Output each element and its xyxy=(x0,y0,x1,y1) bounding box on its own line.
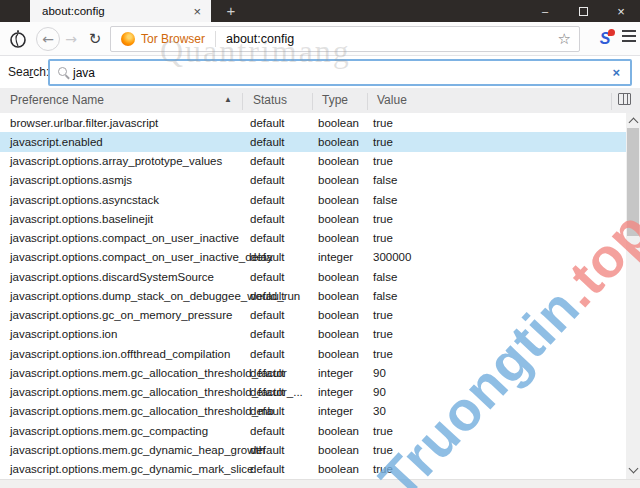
cell-value: true xyxy=(373,309,393,321)
torbutton-onion-icon[interactable] xyxy=(8,29,28,49)
noscript-button[interactable]: S xyxy=(594,28,616,50)
cell-status: default xyxy=(250,444,285,456)
scrollbar-thumb[interactable] xyxy=(627,128,639,236)
column-divider[interactable] xyxy=(367,93,368,110)
cell-value: 90 xyxy=(373,367,386,379)
table-row[interactable]: javascript.options.baselinejitdefaultboo… xyxy=(0,209,626,228)
back-button[interactable]: ← xyxy=(36,27,60,51)
window-controls: – × xyxy=(526,0,640,22)
pref-table-header: Preference Name ▲ Status Type Value xyxy=(0,88,640,113)
cell-status: default xyxy=(250,309,285,321)
table-row[interactable]: javascript.options.compact_on_user_inact… xyxy=(0,248,626,267)
header-status[interactable]: Status xyxy=(253,93,287,107)
cell-type: boolean xyxy=(318,463,359,475)
cell-status: default xyxy=(250,174,285,186)
table-row[interactable]: javascript.options.asmjsdefaultbooleanfa… xyxy=(0,171,626,190)
header-value[interactable]: Value xyxy=(377,93,407,107)
scroll-up-icon[interactable] xyxy=(628,118,638,128)
table-row[interactable]: javascript.options.mem.gc_allocation_thr… xyxy=(0,402,626,421)
cell-status: default xyxy=(250,386,285,398)
cell-value: false xyxy=(373,290,397,302)
sort-ascending-icon: ▲ xyxy=(224,95,232,104)
cell-name: javascript.options.mem.gc_allocation_thr… xyxy=(10,405,274,417)
search-value[interactable]: java xyxy=(73,66,612,80)
cell-status: default xyxy=(250,348,285,360)
table-row[interactable]: javascript.options.iondefaultbooleantrue xyxy=(0,325,626,344)
cell-name: javascript.options.compact_on_user_inact… xyxy=(10,232,239,244)
cell-status: default xyxy=(250,213,285,225)
cell-name: javascript.enabled xyxy=(10,136,103,148)
table-row[interactable]: javascript.options.ion.offthread_compila… xyxy=(0,344,626,363)
cell-value: true xyxy=(373,348,393,360)
pref-table-body: browser.urlbar.filter.javascriptdefaultb… xyxy=(0,113,626,479)
cell-status: default xyxy=(250,117,285,129)
cell-name: javascript.options.compact_on_user_inact… xyxy=(10,251,273,263)
scroll-down-icon[interactable] xyxy=(628,464,638,474)
column-picker-icon[interactable] xyxy=(618,93,631,105)
tab-close-icon[interactable]: × xyxy=(191,5,203,18)
cell-name: javascript.options.baselinejit xyxy=(10,213,153,225)
table-row[interactable]: javascript.options.mem.gc_allocation_thr… xyxy=(0,383,626,402)
vertical-scrollbar[interactable] xyxy=(626,113,640,479)
cell-value: true xyxy=(373,232,393,244)
table-row[interactable]: javascript.options.gc_on_memory_pressure… xyxy=(0,306,626,325)
cell-status: default xyxy=(250,425,285,437)
cell-name: javascript.options.ion xyxy=(10,328,117,340)
reload-button[interactable]: ↻ xyxy=(84,27,106,51)
cell-type: boolean xyxy=(318,271,359,283)
table-row[interactable]: javascript.enableddefaultbooleantrue xyxy=(0,132,626,151)
cell-name: javascript.options.mem.gc_allocation_thr… xyxy=(10,367,287,379)
clear-search-icon[interactable]: × xyxy=(612,65,624,80)
bookmark-star-icon[interactable]: ☆ xyxy=(558,30,571,48)
table-row[interactable]: javascript.options.mem.gc_compactingdefa… xyxy=(0,421,626,440)
column-divider[interactable] xyxy=(242,93,243,110)
close-button[interactable]: × xyxy=(602,0,640,22)
cell-status: default xyxy=(250,232,285,244)
tab-about-config[interactable]: about:config × xyxy=(30,0,211,22)
cell-value: true xyxy=(373,213,393,225)
cell-type: integer xyxy=(318,251,353,263)
table-row[interactable]: javascript.options.mem.gc_dynamic_mark_s… xyxy=(0,460,626,479)
cell-type: boolean xyxy=(318,348,359,360)
minimize-button[interactable]: – xyxy=(526,0,564,22)
search-input[interactable]: java × xyxy=(48,59,632,86)
cell-type: boolean xyxy=(318,117,359,129)
table-row[interactable]: javascript.options.asyncstackdefaultbool… xyxy=(0,190,626,209)
table-row[interactable]: javascript.options.mem.gc_dynamic_heap_g… xyxy=(0,440,626,459)
cell-value: 90 xyxy=(373,386,386,398)
url-text[interactable]: about:config xyxy=(226,32,558,46)
tab-title: about:config xyxy=(42,5,185,17)
cell-type: boolean xyxy=(318,232,359,244)
table-row[interactable]: javascript.options.compact_on_user_inact… xyxy=(0,229,626,248)
reload-icon: ↻ xyxy=(89,30,102,48)
cell-value: true xyxy=(373,444,393,456)
cell-value: 300000 xyxy=(373,251,411,263)
cell-type: integer xyxy=(318,367,353,379)
new-tab-button[interactable]: + xyxy=(218,0,244,22)
navigation-toolbar: ← → ↻ Tor Browser about:config ☆ S xyxy=(0,22,640,56)
column-divider[interactable] xyxy=(312,93,313,110)
cell-name: javascript.options.asmjs xyxy=(10,174,132,186)
table-row[interactable]: javascript.options.array_prototype_value… xyxy=(0,152,626,171)
cell-status: default xyxy=(250,194,285,206)
table-row[interactable]: javascript.options.discardSystemSourcede… xyxy=(0,267,626,286)
table-row[interactable]: javascript.options.dump_stack_on_debugge… xyxy=(0,286,626,305)
cell-status: default xyxy=(250,367,285,379)
cell-type: boolean xyxy=(318,155,359,167)
cell-status: default xyxy=(250,271,285,283)
forward-button[interactable]: → xyxy=(60,27,82,51)
cell-value: true xyxy=(373,463,393,475)
header-preference-name[interactable]: Preference Name xyxy=(10,93,104,107)
maximize-button[interactable] xyxy=(564,0,602,22)
url-bar[interactable]: Tor Browser about:config ☆ xyxy=(110,26,580,52)
menu-button[interactable] xyxy=(618,30,640,42)
cell-name: javascript.options.mem.gc_compacting xyxy=(10,425,208,437)
cell-name: browser.urlbar.filter.javascript xyxy=(10,117,158,129)
table-row[interactable]: javascript.options.mem.gc_allocation_thr… xyxy=(0,363,626,382)
table-row[interactable]: browser.urlbar.filter.javascriptdefaultb… xyxy=(0,113,626,132)
cell-type: boolean xyxy=(318,328,359,340)
cell-type: integer xyxy=(318,405,353,417)
header-type[interactable]: Type xyxy=(322,93,348,107)
column-divider xyxy=(611,93,612,110)
cell-type: boolean xyxy=(318,309,359,321)
